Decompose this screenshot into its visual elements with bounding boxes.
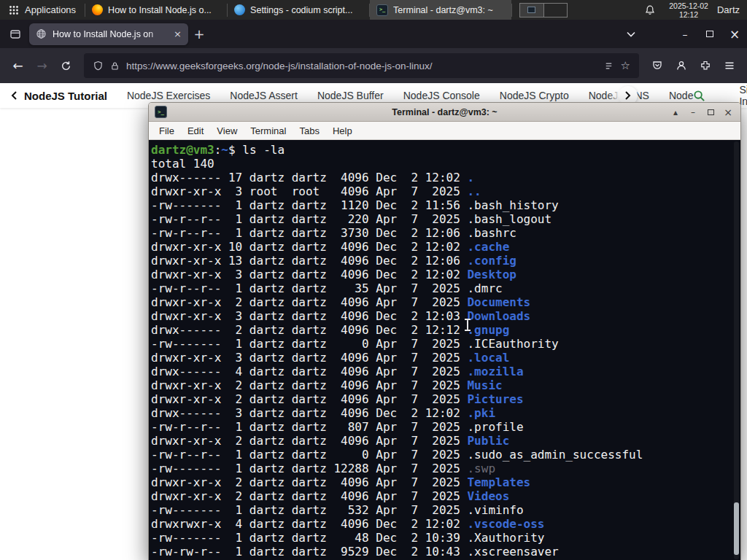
terminal-output-line: drwxr-xr-x 2 dartz dartz 4096 Apr 7 2025… [151, 295, 740, 309]
file-entry-meta: drwxr-xr-x 2 dartz dartz 4096 Apr 7 2025 [151, 378, 467, 392]
gfg-nav-link[interactable]: NodeJS Crypto [500, 90, 569, 101]
terminal-window: >_ Terminal - dartz@vm3: ~ ▴ – × File Ed… [148, 102, 741, 560]
terminal-output-line: -rw-r--r-- 1 dartz dartz 3730 Dec 2 12:0… [151, 226, 740, 240]
notification-bell-icon[interactable] [637, 4, 663, 16]
terminal-output-line: -rw-r--r-- 1 dartz dartz 35 Apr 7 2025 .… [151, 281, 740, 295]
terminal-titlebar[interactable]: >_ Terminal - dartz@vm3: ~ ▴ – × [149, 103, 740, 122]
terminal-output-line: -rw-r--r-- 1 dartz dartz 807 Apr 7 2025 … [151, 420, 740, 434]
taskbar-item-terminal[interactable]: >_ Terminal - dartz@vm3: ~ [370, 0, 511, 20]
workspace-1[interactable] [520, 4, 543, 17]
terminal-output-line: drwxr-xr-x 3 root root 4096 Apr 7 2025 .… [151, 184, 740, 198]
gfg-nav-current[interactable]: NodeJS Tutorial [24, 90, 107, 102]
menu-hamburger-icon[interactable] [717, 54, 741, 77]
firefox-icon [92, 4, 103, 15]
menu-view[interactable]: View [210, 125, 244, 136]
close-button[interactable]: × [721, 106, 735, 119]
maximize-button[interactable] [704, 106, 717, 119]
browser-tab-bar: How to Install Node.js on × + – × [0, 20, 747, 48]
file-entry-name: .gnupg [467, 323, 509, 337]
file-entry-meta: -rw------- 1 dartz dartz 1120 Dec 2 11:5… [151, 198, 467, 212]
file-entry-name: .bash_logout [467, 212, 551, 226]
prompt-symbol: $ [228, 143, 242, 157]
menu-tabs[interactable]: Tabs [293, 125, 325, 136]
file-entry-meta: drwxr-xr-x 2 dartz dartz 4096 Apr 7 2025 [151, 295, 467, 309]
terminal-output-line: -rw-r--r-- 1 dartz dartz 220 Apr 7 2025 … [151, 212, 740, 226]
firefox-view-icon[interactable] [4, 24, 26, 44]
workspace-window-thumb [527, 7, 535, 13]
file-entry-name: .bashrc [467, 226, 516, 240]
terminal-output-line: drwxr-xr-x 3 dartz dartz 4096 Dec 2 12:0… [151, 268, 740, 281]
applications-menu-button[interactable]: Applications [0, 0, 85, 20]
terminal-output-line: -rw-rw-r-- 1 dartz dartz 9529 Dec 2 10:4… [151, 545, 740, 559]
url-bar[interactable]: https://www.geeksforgeeks.org/node-js/in… [84, 53, 639, 78]
terminal-output[interactable]: dartz@vm3:~$ ls -la total 140 drwx------… [149, 140, 740, 560]
file-entry-meta: -rw-r--r-- 1 dartz dartz 807 Apr 7 2025 [151, 420, 467, 434]
maximize-button[interactable] [697, 23, 722, 45]
forward-button[interactable]: → [30, 54, 54, 77]
gfg-nav-link[interactable]: NodeJS Exercises [127, 90, 210, 101]
terminal-output-line: drwxr-xr-x 10 dartz dartz 4096 Dec 2 12:… [151, 240, 740, 254]
terminal-icon: >_ [155, 106, 167, 118]
scrollbar-track[interactable] [734, 141, 739, 559]
file-entry-meta: -rw-r--r-- 1 dartz dartz 0 Apr 7 2025 [151, 448, 467, 462]
shade-button[interactable]: ▴ [669, 106, 682, 119]
back-button[interactable]: ← [6, 54, 30, 77]
reload-button[interactable] [54, 54, 78, 77]
tracking-shield-icon[interactable] [93, 61, 104, 71]
taskbar-item-firefox[interactable]: How to Install Node.js o... [85, 0, 227, 20]
menu-help[interactable]: Help [326, 125, 359, 136]
panel-clock[interactable]: 2025-12-02 12:12 [663, 1, 714, 19]
terminal-output-line: drwxr-xr-x 2 dartz dartz 4096 Apr 7 2025… [151, 434, 740, 448]
menu-edit[interactable]: Edit [181, 125, 210, 136]
workspace-switcher [519, 3, 568, 18]
file-entry-name: .. [467, 184, 481, 198]
terminal-output-line: -rw-r--r-- 1 dartz dartz 0 Apr 7 2025 .s… [151, 448, 740, 462]
gfg-nav-link[interactable]: Node [669, 90, 693, 101]
menu-terminal[interactable]: Terminal [244, 125, 293, 136]
file-entry-name: Public [467, 434, 509, 448]
file-entry-name: .profile [467, 420, 523, 434]
account-icon[interactable] [669, 54, 693, 77]
file-entry-meta: drwxr-xr-x 2 dartz dartz 4096 Apr 7 2025 [151, 475, 467, 489]
file-entry-meta: drwxr-xr-x 2 dartz dartz 4096 Apr 7 2025 [151, 434, 467, 448]
file-entry-meta: drwxr-xr-x 13 dartz dartz 4096 Dec 2 12:… [151, 254, 467, 268]
terminal-output-line: drwxr-xr-x 3 dartz dartz 4096 Dec 2 12:0… [151, 309, 740, 323]
new-tab-button[interactable]: + [188, 24, 210, 44]
close-button[interactable]: × [722, 23, 747, 45]
file-entry-name: . [467, 171, 474, 184]
terminal-output-line: drwxr-xr-x 2 dartz dartz 4096 Apr 7 2025… [151, 489, 740, 503]
minimize-button[interactable]: – [686, 106, 700, 119]
gfg-nav-link[interactable]: NodeJS Console [403, 90, 480, 101]
minimize-button[interactable]: – [673, 23, 697, 45]
file-entry-name: Templates [467, 475, 530, 489]
file-entry-meta: -rw------- 1 dartz dartz 48 Dec 2 10:39 [151, 531, 467, 545]
search-icon[interactable] [693, 90, 705, 102]
file-entry-name: .mozilla [467, 365, 523, 378]
gfg-chevron-left-icon[interactable] [10, 90, 18, 101]
file-entry-meta: -rw-rw-r-- 1 dartz dartz 9529 Dec 2 10:4… [151, 545, 467, 559]
file-entry-name: Videos [467, 489, 509, 503]
reader-view-icon[interactable] [603, 61, 614, 71]
scrollbar-thumb[interactable] [734, 502, 739, 555]
terminal-output-line: drwxr-xr-x 2 dartz dartz 4096 Apr 7 2025… [151, 378, 740, 392]
file-entry-name: .cache [467, 240, 509, 254]
file-entry-meta: drwxr-xr-x 2 dartz dartz 4096 Apr 7 2025 [151, 392, 467, 406]
file-entry-name: .sudo_as_admin_successful [467, 448, 643, 462]
workspace-2[interactable] [543, 4, 567, 17]
gfg-nav-link[interactable]: NodeJS Buffer [317, 90, 384, 101]
lock-icon[interactable] [110, 61, 120, 71]
pocket-icon[interactable] [645, 54, 669, 77]
list-tabs-chevron-icon[interactable] [619, 23, 643, 45]
gfg-nav-link[interactable]: NodeJS Assert [230, 90, 298, 101]
browser-tab[interactable]: How to Install Node.js on × [29, 23, 188, 45]
tab-close-icon[interactable]: × [174, 28, 182, 39]
file-entry-meta: drwx------ 17 dartz dartz 4096 Dec 2 12:… [151, 171, 467, 184]
panel-status-area: 2025-12-02 12:12 Dartz [637, 1, 747, 19]
bookmark-star-icon[interactable]: ☆ [621, 59, 630, 72]
terminal-output-line: -rw------- 1 dartz dartz 0 Apr 7 2025 .I… [151, 337, 740, 351]
extensions-icon[interactable] [693, 54, 717, 77]
terminal-output-line: drwx------ 2 dartz dartz 4096 Dec 2 12:1… [151, 323, 740, 337]
menu-file[interactable]: File [152, 125, 181, 136]
taskbar-item-codium[interactable]: Settings - codium script... [228, 0, 369, 20]
file-entry-meta: drwxr-xr-x 3 dartz dartz 4096 Dec 2 12:0… [151, 309, 467, 323]
